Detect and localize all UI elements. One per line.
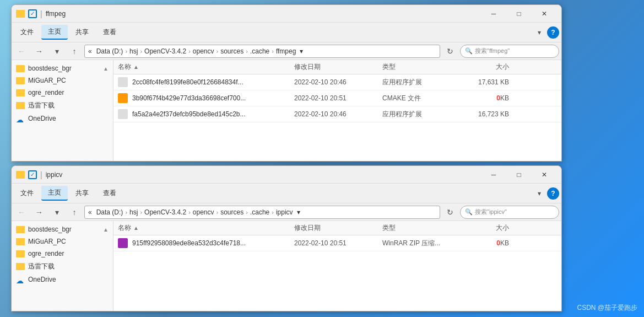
size-suffix: KB (500, 239, 509, 247)
maximize-button[interactable]: □ (506, 166, 532, 184)
sidebar-label: MiGuAR_PC (28, 238, 66, 245)
file-name-col: 915ff92958089ede8ea532d3c4fe718... (118, 238, 294, 248)
file-cmake-icon (118, 93, 128, 103)
path-item-0[interactable]: « (88, 47, 92, 55)
sidebar-item-miguarpc[interactable]: MiGuAR_PC (12, 74, 113, 87)
path-item-drive[interactable]: Data (D:) (96, 208, 123, 216)
search-box[interactable]: 🔍 搜索"ippicv" (460, 206, 559, 219)
folder-icon (16, 10, 25, 18)
path-item-cv[interactable]: opencv (193, 208, 214, 216)
window-title: ffmpeg (46, 10, 478, 18)
sidebar-item-thunder[interactable]: 迅雷下载 (12, 260, 113, 273)
folder-icon (16, 226, 25, 233)
sidebar-item-boostdesc[interactable]: boostdesc_bgr ▲ (12, 223, 113, 235)
toolbar-home[interactable]: 主页 (41, 25, 68, 40)
toolbar-chevron-icon[interactable]: ▾ (534, 188, 545, 199)
col-header-name[interactable]: 名称 ▲ (118, 62, 294, 72)
sidebar-label: OneDrive (28, 276, 56, 283)
path-sep-3: › (188, 209, 191, 216)
forward-button[interactable]: → (31, 44, 47, 59)
address-path[interactable]: « Data (D:) › hsj › OpenCV-3.4.2 › openc… (84, 206, 440, 219)
col-header-name[interactable]: 名称 ▲ (118, 223, 294, 233)
path-item-sources[interactable]: sources (220, 208, 243, 216)
address-path[interactable]: « Data (D:) › hsj › OpenCV-3.4.2 › openc… (84, 45, 440, 58)
table-row[interactable]: 2cc08fc4fef8199fe80e0f126684834f... 2022… (113, 74, 561, 90)
dropdown-button[interactable]: ▾ (49, 44, 64, 59)
sidebar-label: ogre_render (28, 250, 64, 257)
col-header-type[interactable]: 类型 (382, 62, 454, 72)
col-header-date[interactable]: 修改日期 (294, 62, 382, 72)
sidebar-label: MiGuAR_PC (28, 77, 66, 84)
search-box[interactable]: 🔍 搜索"ffmpeg" (460, 45, 559, 58)
col-header-size[interactable]: 大小 (454, 62, 509, 72)
col-header-size[interactable]: 大小 (454, 223, 509, 233)
search-placeholder: 搜索"ippicv" (475, 208, 507, 216)
close-button[interactable]: ✕ (532, 166, 557, 184)
path-item-drive[interactable]: Data (D:) (96, 47, 123, 55)
toolbar-view[interactable]: 查看 (96, 25, 123, 39)
path-item-ffmpeg[interactable]: ffmpeg (276, 47, 296, 55)
toolbar-view[interactable]: 查看 (96, 186, 123, 200)
addressbar-ffmpeg: ← → ▾ ↑ « Data (D:) › hsj › OpenCV-3.4.2… (12, 42, 561, 60)
folder-icon (16, 238, 25, 245)
toolbar-file[interactable]: 文件 (14, 25, 40, 39)
path-item-opencv[interactable]: OpenCV-3.4.2 (144, 208, 186, 216)
path-sep-6: › (272, 209, 274, 216)
checkbox-icon: ✓ (28, 9, 37, 18)
toolbar-chevron-icon[interactable]: ▾ (534, 27, 545, 38)
help-button[interactable]: ? (547, 26, 559, 39)
file-list-header: 名称 ▲ 修改日期 类型 大小 (113, 221, 561, 235)
refresh-button[interactable]: ↻ (442, 205, 458, 220)
path-item-0[interactable]: « (88, 208, 92, 216)
path-dropdown-icon[interactable]: ▾ (297, 47, 306, 55)
toolbar-share[interactable]: 共享 (69, 25, 95, 39)
checkbox-icon: ✓ (28, 170, 37, 179)
path-item-opencv[interactable]: OpenCV-3.4.2 (144, 47, 186, 55)
path-dropdown-icon[interactable]: ▾ (294, 208, 303, 216)
path-item-cache[interactable]: .cache (250, 47, 269, 55)
sidebar-label: 迅雷下载 (28, 101, 55, 110)
sidebar-item-thunder[interactable]: 迅雷下载 (12, 99, 113, 112)
path-item-ippicv[interactable]: ippicv (276, 208, 293, 216)
path-item-cv[interactable]: opencv (193, 47, 214, 55)
sidebar-item-miguarpc[interactable]: MiGuAR_PC (12, 235, 113, 248)
close-button[interactable]: ✕ (532, 5, 557, 23)
up-button[interactable]: ↑ (67, 44, 82, 59)
help-button[interactable]: ? (547, 187, 559, 200)
minimize-button[interactable]: ─ (481, 5, 506, 23)
file-date: 2022-02-10 20:51 (294, 94, 382, 102)
toolbar-file[interactable]: 文件 (14, 186, 40, 200)
table-row[interactable]: fa5a2a4e2f37defcb95bde8ed145c2b... 2022-… (113, 106, 561, 122)
path-item-hsj[interactable]: hsj (129, 47, 138, 55)
back-button[interactable]: ← (14, 205, 29, 220)
path-sep-4: › (217, 48, 219, 55)
sidebar-item-onedrive[interactable]: ☁ OneDrive (12, 273, 113, 286)
sidebar-item-ogre[interactable]: ogre_render (12, 87, 113, 99)
file-type: 应用程序扩展 (382, 78, 454, 87)
path-item-hsj[interactable]: hsj (129, 208, 138, 216)
back-button[interactable]: ← (14, 44, 29, 59)
file-type: 应用程序扩展 (382, 110, 454, 119)
sidebar-item-ogre[interactable]: ogre_render (12, 248, 113, 260)
table-row[interactable]: 3b90f67f4b429e77d3da36698cef700... 2022-… (113, 90, 561, 106)
window-ffmpeg: ✓ | ffmpeg ─ □ ✕ 文件 主页 共享 查看 ▾ ? ← → ▾ ↑… (11, 4, 562, 162)
toolbar-home[interactable]: 主页 (41, 186, 68, 201)
sidebar-label: boostdesc_bgr (28, 65, 72, 72)
sidebar-item-onedrive[interactable]: ☁ OneDrive (12, 112, 113, 125)
collapse-icon: ▲ (103, 227, 109, 233)
table-row[interactable]: 915ff92958089ede8ea532d3c4fe718... 2022-… (113, 235, 561, 251)
path-item-sources[interactable]: sources (220, 47, 243, 55)
minimize-button[interactable]: ─ (481, 166, 506, 184)
file-name-col: fa5a2a4e2f37defcb95bde8ed145c2b... (118, 109, 294, 119)
file-list-ffmpeg: 名称 ▲ 修改日期 类型 大小 2cc08fc4fef8199fe80e0f12… (113, 60, 561, 161)
maximize-button[interactable]: □ (506, 5, 532, 23)
forward-button[interactable]: → (31, 205, 47, 220)
col-header-type[interactable]: 类型 (382, 223, 454, 233)
toolbar-share[interactable]: 共享 (69, 186, 95, 200)
refresh-button[interactable]: ↻ (442, 44, 458, 59)
sidebar-item-boostdesc[interactable]: boostdesc_bgr ▲ (12, 62, 113, 74)
path-item-cache[interactable]: .cache (250, 208, 269, 216)
up-button[interactable]: ↑ (67, 205, 82, 220)
dropdown-button[interactable]: ▾ (49, 205, 64, 220)
col-header-date[interactable]: 修改日期 (294, 223, 382, 233)
